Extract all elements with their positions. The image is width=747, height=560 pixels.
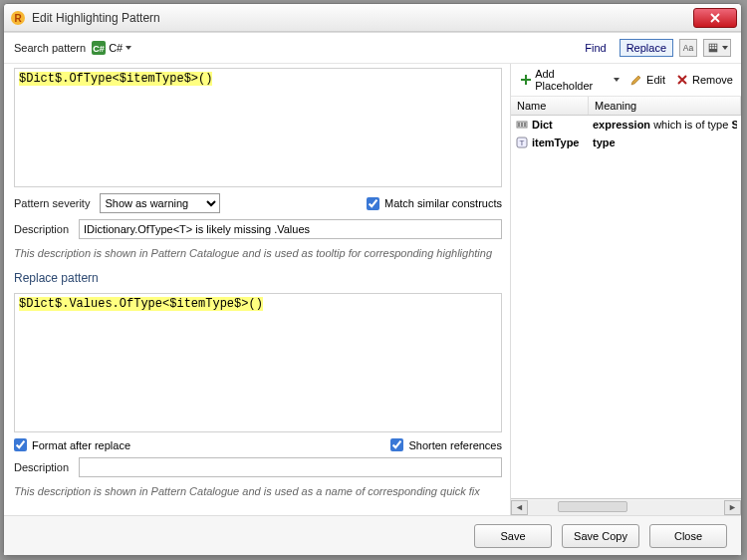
- dialog-window: R Edit Highlighting Pattern Search patte…: [3, 3, 742, 556]
- delete-icon: [675, 73, 689, 87]
- close-dialog-button[interactable]: Close: [649, 524, 727, 548]
- svg-rect-8: [714, 45, 716, 47]
- svg-rect-17: [524, 123, 526, 127]
- svg-rect-16: [521, 123, 523, 127]
- language-dropdown[interactable]: C# C#: [92, 41, 131, 55]
- options-dropdown[interactable]: [703, 39, 731, 57]
- match-case-toggle[interactable]: Aa: [679, 39, 697, 57]
- replace-options-row: Format after replace Shorten references: [14, 438, 502, 451]
- svg-text:T: T: [520, 139, 525, 147]
- shorten-refs-checkbox[interactable]: [390, 438, 403, 451]
- dialog-footer: Save Save Copy Close: [4, 515, 741, 555]
- dialog-body: Search pattern C# C# Find Replace Aa: [4, 32, 741, 555]
- format-after-checkbox[interactable]: [14, 438, 27, 451]
- close-button[interactable]: [693, 8, 737, 28]
- format-after-text: Format after replace: [32, 439, 130, 451]
- col-header-meaning[interactable]: Meaning: [589, 97, 741, 115]
- find-tab[interactable]: Find: [578, 39, 613, 57]
- save-copy-button[interactable]: Save Copy: [562, 524, 639, 548]
- scroll-thumb[interactable]: [558, 501, 627, 512]
- placeholder-table: Name Meaning Dictexpression which is of …: [511, 97, 741, 498]
- description1-row: Description: [14, 219, 502, 239]
- main-area: $Dict$.OfType<$itemType$>() Pattern seve…: [4, 64, 741, 515]
- chevron-down-icon: [722, 46, 728, 50]
- description2-label: Description: [14, 461, 69, 473]
- csharp-icon: C#: [92, 41, 106, 55]
- description2-row: Description: [14, 457, 502, 477]
- shorten-refs-text: Shorten references: [408, 439, 502, 451]
- severity-row: Pattern severity Do not showShow as hint…: [14, 193, 502, 213]
- remove-placeholder-label: Remove: [692, 74, 733, 86]
- description2-help: This description is shown in Pattern Cat…: [14, 483, 502, 501]
- description1-help: This description is shown in Pattern Cat…: [14, 245, 502, 263]
- save-button[interactable]: Save: [474, 524, 552, 548]
- edit-placeholder-label: Edit: [646, 74, 665, 86]
- table-row[interactable]: Dictexpression which is of type System.C…: [511, 116, 741, 134]
- horizontal-scrollbar[interactable]: ◄ ►: [511, 498, 741, 515]
- svg-rect-15: [518, 123, 520, 127]
- svg-text:R: R: [14, 13, 22, 24]
- match-similar-text: Match similar constructs: [384, 197, 502, 209]
- search-pattern-code: $Dict$.OfType<$itemType$>(): [19, 72, 212, 86]
- replace-pattern-editor[interactable]: $Dict$.Values.OfType<$itemType$>(): [14, 293, 502, 432]
- add-placeholder-label: Add Placeholder: [535, 68, 611, 92]
- description2-input[interactable]: [79, 457, 502, 477]
- match-similar-checkbox[interactable]: [367, 197, 379, 210]
- match-similar-checkbox-label[interactable]: Match similar constructs: [367, 197, 502, 210]
- svg-rect-11: [714, 47, 716, 49]
- replace-pattern-code: $Dict$.Values.OfType<$itemType$>(): [19, 297, 263, 311]
- svg-text:Aa: Aa: [683, 43, 694, 53]
- right-panel: Add Placeholder Edit Remove Name: [510, 64, 741, 515]
- placeholder-name: itemType: [532, 137, 579, 148]
- remove-placeholder-button[interactable]: Remove: [675, 73, 733, 87]
- left-panel: $Dict$.OfType<$itemType$>() Pattern seve…: [4, 64, 510, 515]
- col-header-name[interactable]: Name: [511, 97, 589, 115]
- array-icon: [515, 118, 529, 132]
- placeholder-table-header: Name Meaning: [511, 97, 741, 116]
- shorten-refs-checkbox-label[interactable]: Shorten references: [390, 438, 502, 451]
- placeholder-meaning: expression which is of type System.Co: [593, 119, 737, 131]
- svg-rect-6: [709, 45, 711, 47]
- add-placeholder-button[interactable]: Add Placeholder: [519, 68, 620, 92]
- scroll-right-arrow[interactable]: ►: [724, 500, 741, 515]
- scroll-track[interactable]: [528, 500, 724, 515]
- type-icon: T: [515, 136, 529, 149]
- replace-tab[interactable]: Replace: [620, 39, 673, 57]
- description1-input[interactable]: [79, 219, 502, 239]
- format-after-checkbox-label[interactable]: Format after replace: [14, 438, 130, 451]
- scroll-left-arrow[interactable]: ◄: [511, 500, 528, 515]
- app-icon: R: [10, 10, 26, 26]
- placeholder-table-body: Dictexpression which is of type System.C…: [511, 116, 741, 498]
- search-pattern-editor[interactable]: $Dict$.OfType<$itemType$>(): [14, 68, 502, 187]
- titlebar[interactable]: R Edit Highlighting Pattern: [4, 4, 741, 32]
- placeholder-meaning: type: [593, 137, 737, 148]
- plus-icon: [519, 73, 532, 87]
- top-toolbar: Search pattern C# C# Find Replace Aa: [4, 33, 741, 64]
- replace-section-title: Replace pattern: [14, 269, 502, 287]
- search-pattern-label: Search pattern: [14, 42, 86, 54]
- svg-text:C#: C#: [93, 44, 105, 54]
- pencil-icon: [629, 73, 643, 87]
- svg-rect-9: [709, 47, 711, 49]
- description1-label: Description: [14, 223, 69, 235]
- table-row[interactable]: TitemTypetype: [511, 134, 741, 151]
- language-label: C#: [109, 42, 123, 54]
- window-title: Edit Highlighting Pattern: [32, 11, 693, 25]
- placeholder-toolbar: Add Placeholder Edit Remove: [511, 64, 741, 97]
- chevron-down-icon: [614, 78, 620, 82]
- severity-select[interactable]: Do not showShow as hintShow as suggestio…: [100, 193, 220, 213]
- severity-label: Pattern severity: [14, 197, 90, 209]
- svg-rect-10: [712, 47, 714, 49]
- svg-rect-7: [712, 45, 714, 47]
- edit-placeholder-button[interactable]: Edit: [629, 73, 665, 87]
- svg-rect-13: [521, 79, 531, 81]
- placeholder-name: Dict: [532, 119, 553, 131]
- chevron-down-icon: [125, 46, 131, 50]
